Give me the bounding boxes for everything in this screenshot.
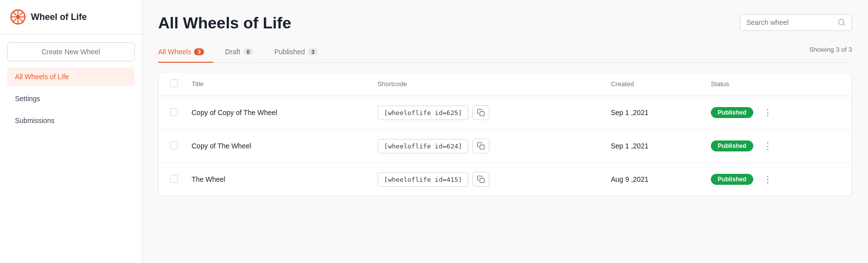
row2-shortcode: [wheeloflife id=624] [378,139,469,153]
svg-rect-12 [480,112,484,116]
svg-line-9 [13,19,16,22]
row3-shortcode: [wheeloflife id=415] [378,172,469,187]
row3-created: Aug 9 ,2021 [602,163,701,196]
sidebar: Wheel of Life Create New Wheel All Wheel… [0,0,142,263]
svg-rect-14 [480,178,484,183]
svg-line-11 [843,24,845,25]
tab-draft-badge: 0 [243,48,253,55]
tab-published-label: Published [274,48,305,56]
row1-status-badge: Published [711,107,753,118]
col-status-header: Status [702,72,852,96]
tab-draft[interactable]: Draft 0 [225,43,262,63]
row3-more-menu-button[interactable]: ⋮ [759,172,776,187]
row1-status-cell: Published ⋮ [702,96,852,130]
table-row: Copy of Copy of The Wheel [wheeloflife i… [159,96,852,130]
row1-checkbox-cell [159,96,183,130]
search-icon [838,18,846,26]
sidebar-logo-text: Wheel of Life [31,12,87,22]
wheels-table: Title Shortcode Created Status Copy of C… [159,72,852,196]
table-header-row: Title Shortcode Created Status [159,72,852,96]
row3-copy-button[interactable] [472,172,489,187]
table-row: The Wheel [wheeloflife id=415] Aug 9 ,20… [159,163,852,196]
main-content: All Wheels of Life All Wheels 3 Draft 0 … [142,0,868,263]
tab-all-wheels[interactable]: All Wheels 3 [158,43,213,63]
row1-shortcode-cell: [wheeloflife id=625] [369,96,602,130]
sidebar-item-all-wheels[interactable]: All Wheels of Life [7,67,135,86]
row1-created: Sep 1 ,2021 [602,96,701,130]
showing-count: Showing 3 of 3 [809,46,852,59]
sidebar-nav: Create New Wheel All Wheels of Life Sett… [0,34,142,138]
copy-icon [477,109,485,117]
row2-more-menu-button[interactable]: ⋮ [759,138,776,153]
copy-icon [477,142,485,150]
col-shortcode-header: Shortcode [369,72,602,96]
wheel-logo-icon [10,9,26,25]
col-checkbox-header [159,72,183,96]
table-row: Copy of The Wheel [wheeloflife id=624] S… [159,130,852,163]
tab-published-badge: 3 [308,48,318,55]
row2-title: Copy of The Wheel [183,130,369,163]
row1-checkbox[interactable] [170,108,178,116]
search-box [740,14,852,31]
svg-line-7 [20,19,23,22]
tab-draft-label: Draft [225,48,240,56]
tab-published[interactable]: Published 3 [274,43,327,63]
row2-created: Sep 1 ,2021 [602,130,701,163]
sidebar-item-settings[interactable]: Settings [7,89,135,108]
svg-line-8 [20,12,23,15]
sidebar-item-submissions[interactable]: Submissions [7,111,135,130]
row2-status-badge: Published [711,140,753,151]
row1-copy-button[interactable] [472,105,489,120]
row2-checkbox-cell [159,130,183,163]
row3-checkbox-cell [159,163,183,196]
row1-shortcode: [wheeloflife id=625] [378,106,469,120]
logo-area: Wheel of Life [0,0,142,34]
tabs: All Wheels 3 Draft 0 Published 3 [158,42,339,62]
row2-status-cell: Published ⋮ [702,130,852,163]
page-title: All Wheels of Life [158,14,291,32]
row2-checkbox[interactable] [170,141,178,149]
row3-status-badge: Published [711,174,753,185]
select-all-checkbox[interactable] [170,79,178,87]
col-title-header: Title [183,72,369,96]
wheels-table-container: Title Shortcode Created Status Copy of C… [158,72,852,196]
row2-shortcode-cell: [wheeloflife id=624] [369,130,602,163]
row2-copy-button[interactable] [472,138,489,153]
main-header: All Wheels of Life [158,14,852,32]
create-new-wheel-button[interactable]: Create New Wheel [7,42,135,61]
row3-shortcode-cell: [wheeloflife id=415] [369,163,602,196]
svg-rect-13 [480,145,484,149]
row3-status-cell: Published ⋮ [702,163,852,196]
copy-icon [477,175,485,183]
tabs-row: All Wheels 3 Draft 0 Published 3 Showing… [158,42,852,63]
svg-point-1 [16,15,20,19]
search-input[interactable] [746,18,834,26]
col-created-header: Created [602,72,701,96]
tab-all-wheels-badge: 3 [194,48,204,55]
row3-title: The Wheel [183,163,369,196]
tab-all-wheels-label: All Wheels [158,48,191,56]
row1-title: Copy of Copy of The Wheel [183,96,369,130]
row1-more-menu-button[interactable]: ⋮ [759,105,776,120]
row3-checkbox[interactable] [170,175,178,183]
svg-line-6 [13,12,16,15]
